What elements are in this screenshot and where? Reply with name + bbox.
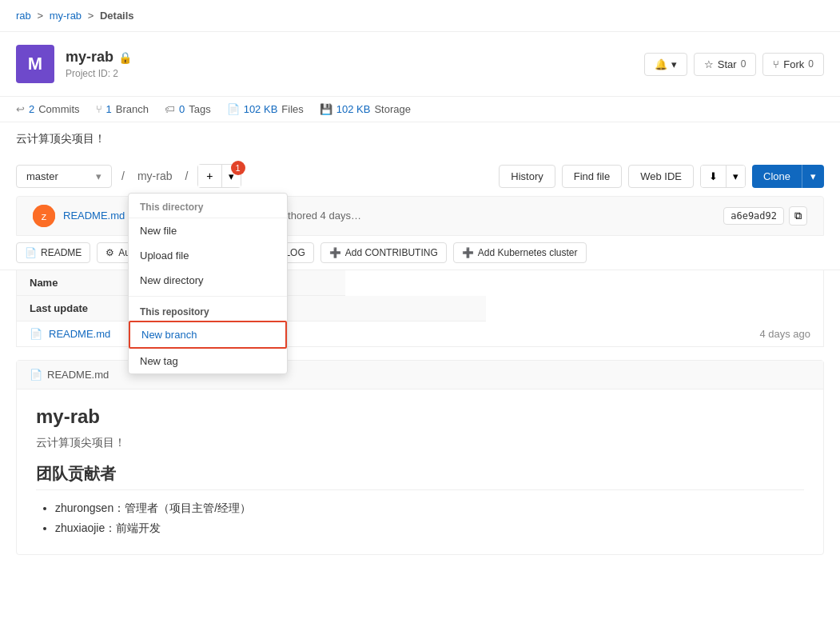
fork-label: Fork [783,58,804,70]
branches-label: Branch [116,103,149,115]
chevron-down-icon: ▾ [733,170,738,182]
fork-icon: ⑂ [773,58,779,70]
breadcrumb-sep-2: > [88,10,97,22]
kubernetes-label: Add Kubernetes cluster [478,247,578,258]
project-name: my-rab [66,49,113,66]
project-id: Project ID: 2 [66,68,132,79]
dropdown-this-directory-label: This directory [129,194,287,218]
branch-icon: ⑂ [96,103,102,115]
quick-actions-bar: 📄 README ⚙ Auto DevOps ena… 📋 CHANGELOG … [0,236,840,270]
badge: 1 [231,161,245,175]
new-tag-item[interactable]: New tag [129,349,287,373]
lock-icon: 🔒 [118,51,132,64]
commits-count[interactable]: 2 [29,103,34,115]
notification-button[interactable]: 🔔 ▾ [644,53,687,76]
download-dropdown-button[interactable]: ▾ [726,166,745,187]
files-icon: 📄 [227,103,240,115]
download-group: ⬇ ▾ [700,165,746,188]
chevron-down-icon: ▾ [671,58,677,70]
branches-stat: ⑂ 1 Branch [96,103,149,115]
readme-members-list: zhurongsen：管理者（项目主管/经理） zhuxiaojie：前端开发 [36,498,804,538]
files-stat: 📄 102 KB Files [227,103,304,115]
k8s-icon: ➕ [462,247,474,258]
readme-section: 📄 README.md my-rab 云计算顶尖项目！ 团队贡献者 zhuron… [16,360,824,555]
readme-team-title: 团队贡献者 [36,463,804,490]
add-dropdown-menu: This directory New file Upload file New … [128,193,288,374]
download-button[interactable]: ⬇ [701,166,726,187]
star-icon: ☆ [704,58,714,70]
star-count: 0 [741,58,746,70]
copy-icon: ⧉ [794,210,802,222]
bell-icon: 🔔 [655,58,667,70]
commits-label: Commits [38,103,79,115]
add-main-button[interactable]: + [198,165,221,187]
dropdown-divider [129,296,287,297]
tags-label: Tags [189,103,210,115]
toolbar: master ▾ / my-rab / + ▾ 1 History Find f… [0,156,840,196]
plus-icon: + [206,170,213,182]
chevron-down-icon: ▾ [810,170,816,182]
breadcrumb-my-rab[interactable]: my-rab [50,10,82,22]
tags-count[interactable]: 0 [179,103,185,115]
list-item: zhuxiaojie：前端开发 [55,518,804,538]
upload-file-item[interactable]: Upload file [129,243,287,268]
list-item: zhurongsen：管理者（项目主管/经理） [55,498,804,518]
file-link[interactable]: README.md [49,328,110,340]
tags-stat: 🏷 0 Tags [165,103,211,115]
commits-stat: ↩ 2 Commits [16,103,80,115]
fork-count: 0 [808,58,814,70]
add-dropdown-button[interactable]: ▾ 1 [222,166,241,187]
breadcrumb-sep-1: > [37,10,46,22]
tag-icon: 🏷 [165,103,175,115]
breadcrumb-current: Details [100,10,134,22]
readme-description: 云计算顶尖项目！ [36,436,804,450]
clone-group: Clone ▾ [752,165,824,188]
new-directory-item[interactable]: New directory [129,268,287,293]
storage-icon: 💾 [320,103,332,115]
breadcrumb: rab > my-rab > Details [0,0,840,32]
readme-header-label: README.md [47,369,109,381]
history-button[interactable]: History [499,165,555,188]
project-description: 云计算顶尖项目！ [0,122,840,156]
branch-name: master [26,170,58,182]
dropdown-this-repository-label: This repository [129,300,287,321]
copy-hash-button[interactable]: ⧉ [789,206,807,226]
path-slash-1: / [118,166,128,186]
find-file-button[interactable]: Find file [562,165,623,188]
web-ide-button[interactable]: Web IDE [628,165,694,188]
commits-icon: ↩ [16,103,25,115]
branch-selector[interactable]: master ▾ [16,165,112,188]
readme-quick-action[interactable]: 📄 README [16,242,90,263]
clone-button[interactable]: Clone [752,165,802,188]
file-icon: 📄 [25,247,37,258]
plus-icon: ➕ [329,247,341,258]
path-slash-2: / [181,166,191,186]
star-button[interactable]: ☆ Star 0 [694,53,757,76]
new-file-item[interactable]: New file [129,218,287,243]
contributing-quick-action[interactable]: ➕ Add CONTRIBUTING [320,242,447,263]
file-type-icon: 📄 [30,328,42,340]
chevron-down-icon: ▾ [96,170,102,182]
readme-file-icon: 📄 [30,369,42,381]
clone-dropdown-button[interactable]: ▾ [802,165,824,188]
files-size[interactable]: 102 KB [244,103,278,115]
file-age-cell: 4 days ago [486,321,823,347]
kubernetes-quick-action[interactable]: ➕ Add Kubernetes cluster [453,242,587,263]
gear-icon: ⚙ [105,247,114,258]
storage-stat: 💾 102 KB Storage [320,103,411,115]
star-label: Star [718,58,737,70]
path-my-rab: my-rab [134,166,176,186]
commit-hash-badge: a6e9ad92 [723,207,784,225]
fork-button[interactable]: ⑂ Fork 0 [762,53,824,76]
project-header: M my-rab 🔒 Project ID: 2 🔔 ▾ ☆ Star 0 ⑂ … [0,32,840,96]
download-icon: ⬇ [709,170,718,182]
breadcrumb-rab[interactable]: rab [16,10,31,22]
storage-size[interactable]: 102 KB [336,103,371,115]
storage-label: Storage [374,103,411,115]
commit-time: authored 4 days… [277,210,361,222]
svg-text:z: z [42,210,47,222]
contributing-label: Add CONTRIBUTING [345,247,438,258]
readme-title: my-rab [36,405,804,428]
branches-count[interactable]: 1 [106,103,112,115]
new-branch-item[interactable]: New branch [129,321,287,349]
